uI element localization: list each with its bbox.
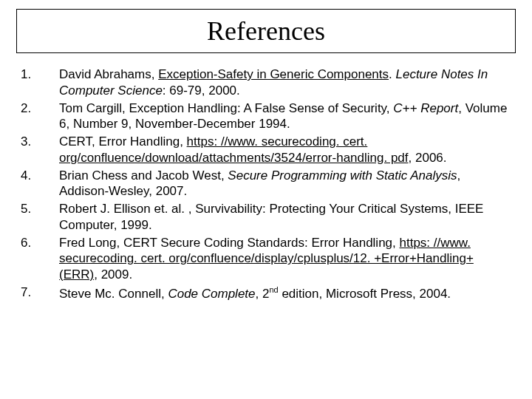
- ref-text: : 69-79, 2000.: [163, 83, 240, 98]
- title-box: References: [16, 9, 516, 53]
- reference-item: CERT, Error Handling, https: //www. secu…: [21, 134, 511, 166]
- ref-italic: C++ Report: [393, 101, 458, 115]
- reference-item: Brian Chess and Jacob West, Secure Progr…: [21, 168, 511, 200]
- body: David Abrahams, Exception-Safety in Gene…: [21, 66, 511, 303]
- reference-list: David Abrahams, Exception-Safety in Gene…: [21, 66, 511, 301]
- ref-superscript: nd: [269, 285, 278, 294]
- ref-text: , 2006.: [409, 151, 447, 165]
- ref-text: , 2: [256, 286, 270, 300]
- ref-text: Steve Mc. Connell,: [59, 286, 168, 300]
- ref-text: Robert J. Ellison et. al. , Survivabilit…: [59, 202, 483, 232]
- reference-item: Robert J. Ellison et. al. , Survivabilit…: [21, 201, 511, 233]
- ref-text: CERT, Error Handling,: [59, 134, 187, 149]
- ref-text: edition: [279, 286, 319, 300]
- ref-text: David Abrahams,: [59, 67, 158, 81]
- ref-text: Fred Long, CERT Secure Coding Standards:…: [59, 236, 400, 250]
- ref-italic: Secure Programming with Static Analysis: [228, 168, 457, 183]
- reference-item: David Abrahams, Exception-Safety in Gene…: [21, 66, 511, 99]
- ref-italic: Code Complete: [168, 286, 255, 300]
- ref-link[interactable]: Exception-Safety in Generic Components: [158, 67, 389, 81]
- ref-text: , 2009.: [94, 267, 132, 282]
- ref-text: Tom Cargill, Exception Handling: A False…: [59, 101, 393, 115]
- slide-title: References: [207, 16, 325, 47]
- reference-item: Tom Cargill, Exception Handling: A False…: [21, 100, 511, 133]
- ref-text: Brian Chess and Jacob West,: [59, 168, 228, 183]
- ref-text: , Microsoft Press, 2004.: [319, 286, 451, 300]
- slide: References David Abrahams, Exception-Saf…: [0, 0, 532, 399]
- reference-item: Fred Long, CERT Secure Coding Standards:…: [21, 235, 511, 283]
- reference-item: Steve Mc. Connell, Code Complete, 2nd ed…: [21, 284, 511, 301]
